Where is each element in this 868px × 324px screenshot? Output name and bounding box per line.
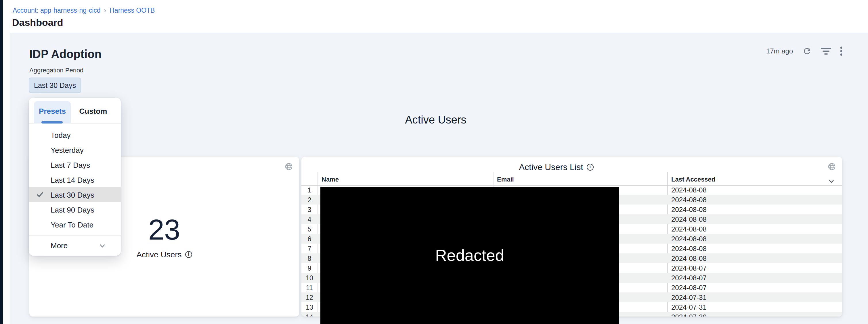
breadcrumb-current-link[interactable]: Harness OOTB xyxy=(110,7,155,14)
menu-item-year-to-date[interactable]: Year To Date xyxy=(29,217,121,232)
active-users-count: 23 xyxy=(148,215,180,245)
redacted-overlay: Redacted xyxy=(320,187,619,324)
list-title-row: Active Users List i xyxy=(302,162,842,172)
active-users-section-title: Active Users xyxy=(29,114,842,127)
active-users-list-title: Active Users List xyxy=(519,162,583,172)
column-header-name[interactable]: Name xyxy=(321,176,339,183)
column-header-email[interactable]: Email xyxy=(497,176,514,183)
menu-item-last-7-days[interactable]: Last 7 Days xyxy=(29,157,121,172)
menu-item-today[interactable]: Today xyxy=(29,128,121,142)
breadcrumb: Account: app-harness-ng-cicd›Harness OOT… xyxy=(13,6,155,15)
tab-custom[interactable]: Custom xyxy=(77,101,109,123)
menu-item-last-30-days[interactable]: Last 30 Days xyxy=(29,187,121,202)
redacted-label: Redacted xyxy=(435,246,504,264)
column-header-last-accessed[interactable]: Last Accessed xyxy=(671,176,715,183)
info-icon[interactable]: i xyxy=(185,251,192,258)
chevron-down-icon xyxy=(99,243,106,249)
refresh-icon[interactable] xyxy=(802,46,811,56)
dashboard-title: IDP Adoption xyxy=(29,48,101,61)
menu-item-last-90-days[interactable]: Last 90 Days xyxy=(29,202,121,217)
aggregation-period-button[interactable]: Last 30 Days xyxy=(29,78,81,93)
breadcrumb-separator: › xyxy=(104,7,106,14)
dashboard-toolbar: 17m ago xyxy=(773,46,842,56)
info-icon[interactable]: i xyxy=(587,164,594,170)
filter-icon[interactable] xyxy=(820,48,831,55)
menu-item-last-14-days[interactable]: Last 14 Days xyxy=(29,172,121,187)
page-title: Dashboard xyxy=(12,17,63,29)
dropdown-tabs: Presets Custom xyxy=(29,98,121,123)
menu-item-yesterday[interactable]: Yesterday xyxy=(29,142,121,157)
breadcrumb-account-link[interactable]: Account: app-harness-ng-cicd xyxy=(13,7,101,14)
aggregation-period-label: Aggregation Period xyxy=(29,67,84,74)
last-refreshed-label: 17m ago xyxy=(766,47,793,55)
nav-rail-edge xyxy=(0,0,3,324)
menu-item-more[interactable]: More xyxy=(29,236,121,256)
kebab-menu-icon[interactable] xyxy=(840,46,842,56)
active-tab-indicator xyxy=(41,121,63,123)
check-icon xyxy=(36,191,44,200)
tab-presets[interactable]: Presets xyxy=(34,101,71,123)
dashboard-page: Account: app-harness-ng-cicd›Harness OOT… xyxy=(0,0,868,324)
preset-menu: Today Yesterday Last 7 Days Last 14 Days… xyxy=(29,128,121,232)
aggregation-dropdown: Presets Custom Today Yesterday Last 7 Da… xyxy=(29,98,121,256)
active-users-stat-label: Active Users i xyxy=(136,250,192,259)
